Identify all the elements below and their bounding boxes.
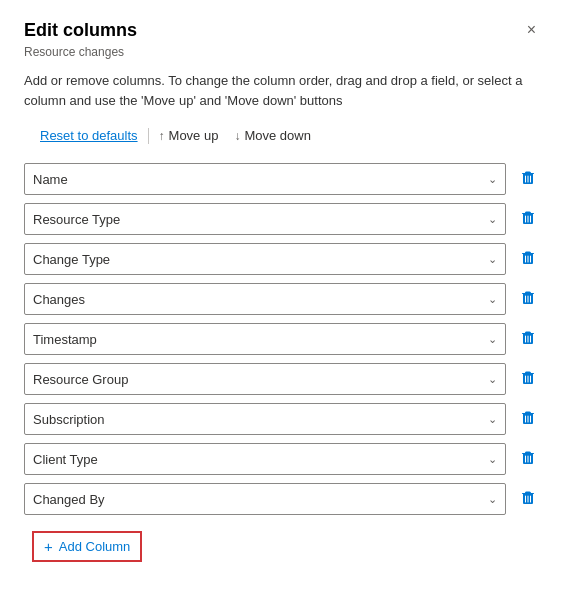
trash-icon [520,451,536,467]
column-label: Change Type [33,252,110,267]
move-down-button[interactable]: ↓ Move down [226,124,318,147]
chevron-down-icon: ⌄ [488,253,497,266]
delete-column-button[interactable] [514,167,542,191]
move-down-label: Move down [244,128,310,143]
table-row: Change Type⌄ [24,243,542,275]
reset-defaults-button[interactable]: Reset to defaults [32,124,146,147]
chevron-down-icon: ⌄ [488,173,497,186]
trash-icon [520,171,536,187]
chevron-down-icon: ⌄ [488,213,497,226]
table-row: Changes⌄ [24,283,542,315]
trash-icon [520,491,536,507]
column-label: Changes [33,292,85,307]
column-select[interactable]: Change Type⌄ [24,243,506,275]
delete-column-button[interactable] [514,247,542,271]
column-select[interactable]: Subscription⌄ [24,403,506,435]
table-row: Name⌄ [24,163,542,195]
column-select[interactable]: Changed By⌄ [24,483,506,515]
delete-column-button[interactable] [514,207,542,231]
chevron-down-icon: ⌄ [488,333,497,346]
delete-column-button[interactable] [514,367,542,391]
delete-column-button[interactable] [514,407,542,431]
move-up-label: Move up [169,128,219,143]
column-label: Resource Type [33,212,120,227]
move-up-icon: ↑ [159,129,165,143]
column-select[interactable]: Changes⌄ [24,283,506,315]
column-label: Subscription [33,412,105,427]
dialog-title: Edit columns [24,20,137,41]
column-label: Timestamp [33,332,97,347]
trash-icon [520,211,536,227]
trash-icon [520,371,536,387]
column-select[interactable]: Timestamp⌄ [24,323,506,355]
add-column-button[interactable]: + Add Column [32,531,142,562]
trash-icon [520,331,536,347]
columns-list: Name⌄ Resource Type⌄ Change Type⌄ Change… [24,163,542,515]
column-select[interactable]: Resource Type⌄ [24,203,506,235]
add-column-label: Add Column [59,539,131,554]
chevron-down-icon: ⌄ [488,453,497,466]
chevron-down-icon: ⌄ [488,293,497,306]
dialog-description: Add or remove columns. To change the col… [24,71,542,110]
dialog-subtitle: Resource changes [24,45,542,59]
table-row: Subscription⌄ [24,403,542,435]
dialog-header: Edit columns × [24,20,542,41]
delete-column-button[interactable] [514,447,542,471]
table-row: Client Type⌄ [24,443,542,475]
table-row: Changed By⌄ [24,483,542,515]
toolbar-divider [148,128,149,144]
column-select[interactable]: Resource Group⌄ [24,363,506,395]
column-label: Changed By [33,492,105,507]
column-select[interactable]: Client Type⌄ [24,443,506,475]
delete-column-button[interactable] [514,327,542,351]
table-row: Resource Group⌄ [24,363,542,395]
table-row: Timestamp⌄ [24,323,542,355]
column-label: Name [33,172,68,187]
chevron-down-icon: ⌄ [488,373,497,386]
column-label: Client Type [33,452,98,467]
delete-column-button[interactable] [514,487,542,511]
table-row: Resource Type⌄ [24,203,542,235]
move-up-button[interactable]: ↑ Move up [151,124,227,147]
close-button[interactable]: × [521,20,542,40]
chevron-down-icon: ⌄ [488,493,497,506]
trash-icon [520,251,536,267]
edit-columns-dialog: Edit columns × Resource changes Add or r… [0,0,566,615]
trash-icon [520,291,536,307]
chevron-down-icon: ⌄ [488,413,497,426]
delete-column-button[interactable] [514,287,542,311]
column-select[interactable]: Name⌄ [24,163,506,195]
plus-icon: + [44,538,53,555]
column-label: Resource Group [33,372,128,387]
toolbar: Reset to defaults ↑ Move up ↓ Move down [32,124,542,147]
trash-icon [520,411,536,427]
move-down-icon: ↓ [234,129,240,143]
